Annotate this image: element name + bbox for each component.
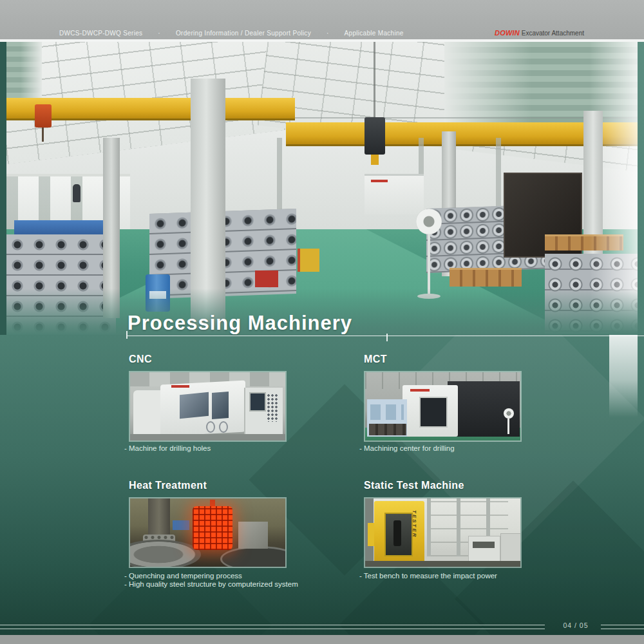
stand-fan: [416, 209, 442, 234]
brand-lockup: DOWIN Excavator Attachment: [495, 29, 584, 37]
mct-machine-logo: [410, 389, 430, 392]
nav-item-series: DWCS-DWCP-DWQ Series: [59, 30, 142, 37]
crane-cable-right: [374, 41, 375, 122]
blue-rack: [14, 220, 112, 234]
heading-static-test: Static Test Machine: [364, 480, 464, 491]
photo-cnc: [129, 371, 287, 442]
mct-machine-window: [419, 397, 448, 428]
nav-item-applicable: Applicable Machine: [345, 30, 404, 37]
title-tick-right: [386, 334, 388, 341]
mct-blue-unit-windows: [370, 404, 404, 420]
left-edge-strip: [0, 41, 6, 335]
nav-item-ordering: Ordering Information / Dealer Support Po…: [176, 30, 311, 37]
title-tick-left: [126, 331, 128, 339]
mct-pallet-stack: [369, 424, 406, 435]
cnc-door-handle: [206, 421, 215, 433]
mct-fan-pole: [507, 419, 509, 434]
cnc-door-handle: [219, 421, 228, 433]
brand-suffix: Excavator Attachment: [520, 30, 584, 37]
nav-separator: ·: [158, 30, 160, 37]
header-nav: DWCS-DWCP-DWQ Series · Ordering Informat…: [59, 30, 404, 37]
wooden-pallet: [450, 268, 522, 287]
nav-separator: ·: [327, 30, 329, 37]
crane-hook-left: [42, 128, 44, 142]
static-photo-floor: [365, 561, 520, 567]
worker-figure: [73, 184, 80, 202]
title-underline: [128, 336, 644, 336]
caption-cnc: - Machine for drilling holes: [124, 444, 211, 453]
section-title: Processing Machinery: [128, 312, 352, 335]
cnc-machine-window: [180, 392, 209, 419]
brochure-page: DWCS-DWCP-DWQ Series · Ordering Informat…: [0, 0, 644, 644]
yellow-equipment: [298, 249, 319, 272]
factory-interior-photo: [6, 41, 638, 335]
page-bottom-edge: [0, 635, 644, 644]
brand-name: DOWIN: [495, 29, 520, 37]
blue-control-light: [173, 520, 189, 530]
crane-hoist-right: [365, 117, 385, 155]
stand-fan-pole: [428, 234, 430, 295]
control-cabinet: [468, 536, 500, 564]
cnc-control-screen: [249, 392, 266, 412]
photo-heat-treatment: [129, 497, 287, 568]
machine-center-back: [365, 174, 424, 214]
photo-static-test: TESTER: [364, 497, 522, 568]
footer-rule-left: [0, 625, 545, 629]
footer-rule-right: [601, 625, 644, 629]
tester-machine-label: TESTER: [412, 510, 417, 555]
cnc-photo-floor: [130, 434, 285, 440]
mct-stand-fan: [504, 408, 514, 419]
page-number: 04 / 05: [553, 621, 599, 629]
caption-mct: - Machining center for drilling: [359, 444, 455, 453]
heading-heat-treatment: Heat Treatment: [129, 480, 207, 491]
crane-hook-right: [371, 155, 379, 165]
caption-heat-1: - Quenching and tempering process: [124, 572, 242, 580]
cnc-machine-window: [212, 392, 229, 419]
test-specimen: [393, 520, 401, 546]
red-toolbox: [255, 270, 278, 287]
cnc-control-buttons: [267, 393, 278, 422]
header-divider-line: [0, 39, 644, 42]
caption-heat-2: - High quality steel structure by comput…: [124, 580, 298, 589]
caption-static-test: - Test bench to measure the impact power: [359, 572, 497, 580]
control-cabinet: [500, 533, 521, 564]
photo-mct: [364, 371, 522, 442]
heading-cnc: CNC: [129, 354, 152, 365]
cnc-machine-logo: [171, 385, 189, 388]
white-side-strip: [609, 335, 638, 417]
crane-hoist-left: [35, 104, 52, 128]
glowing-parts-basket: [193, 506, 232, 550]
heading-mct: MCT: [364, 354, 387, 365]
steel-block: [238, 522, 268, 549]
